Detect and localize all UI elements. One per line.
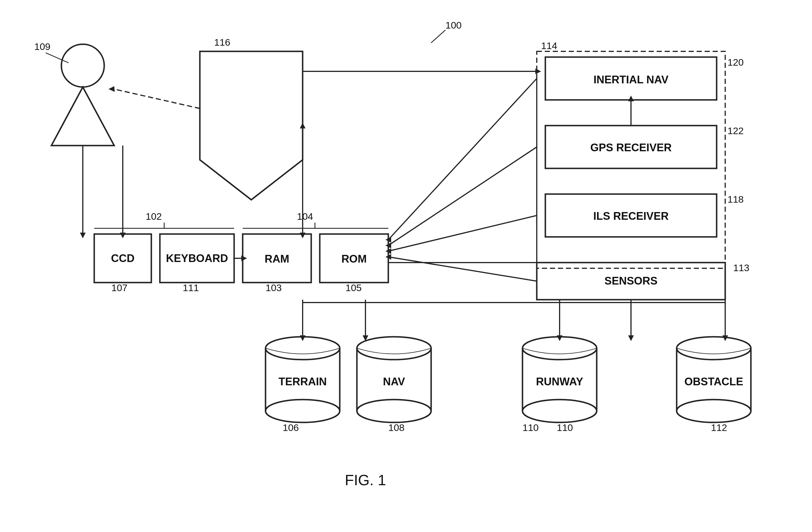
ref-105: 105	[346, 282, 362, 293]
pilot-head	[61, 44, 104, 87]
pilot-body	[52, 87, 114, 146]
ref-112: 112	[711, 422, 727, 433]
conn-to-inertial	[388, 78, 537, 240]
ref-122: 122	[727, 125, 744, 136]
svg-point-26	[357, 337, 431, 360]
ref-118: 118	[727, 194, 744, 205]
svg-marker-46	[120, 233, 126, 238]
svg-marker-49	[535, 69, 541, 74]
gps-receiver-label: GPS RECEIVER	[590, 142, 671, 153]
conn-to-gps	[388, 147, 537, 246]
ref-107: 107	[111, 282, 128, 293]
diagram: 114 INERTIAL NAV 120 GPS RECEIVER 122 IL…	[0, 0, 812, 532]
arrow-pilot-ccd	[80, 233, 86, 238]
arrow-gps-inertial	[628, 95, 634, 101]
obstacle-label: OBSTACLE	[684, 375, 743, 388]
ref-111: 111	[183, 282, 199, 293]
ref-109: 109	[34, 41, 50, 52]
runway-label: RUNWAY	[536, 375, 583, 388]
svg-marker-20	[628, 335, 634, 341]
svg-line-41	[431, 30, 445, 43]
sensors-label: SENSORS	[605, 275, 657, 287]
arrow-left	[108, 86, 115, 92]
ref-104: 104	[297, 211, 313, 222]
ref-110: 110	[522, 422, 539, 433]
inertial-nav-label: INERTIAL NAV	[594, 74, 669, 86]
svg-point-37	[677, 400, 751, 423]
conn-to-sensors	[388, 257, 537, 281]
ref-100: 100	[445, 20, 462, 31]
figure-label: FIG. 1	[345, 472, 386, 488]
svg-marker-44	[300, 233, 305, 238]
nav-label: NAV	[383, 375, 405, 388]
rom-label: ROM	[342, 253, 367, 265]
ref-114: 114	[541, 40, 557, 51]
ram-label: RAM	[265, 253, 290, 265]
ref-120: 120	[727, 57, 744, 68]
ref-113: 113	[733, 262, 750, 273]
ref-102: 102	[146, 211, 162, 222]
ref-110b: 110	[557, 422, 573, 433]
svg-point-29	[357, 400, 431, 423]
ils-receiver-label: ILS RECEIVER	[593, 210, 669, 222]
conn-to-ils	[388, 216, 537, 251]
dashed-arrow-display-pilot	[111, 88, 200, 108]
terrain-label: TERRAIN	[279, 375, 327, 388]
ccd-label: CCD	[111, 252, 134, 264]
display-shape	[200, 51, 303, 200]
keyboard-label: KEYBOARD	[166, 252, 228, 264]
svg-point-34	[677, 337, 751, 360]
svg-point-33	[522, 400, 597, 423]
ref-106: 106	[282, 422, 299, 433]
svg-point-25	[265, 400, 340, 423]
ref-103: 103	[265, 282, 282, 293]
ref-108: 108	[388, 422, 405, 433]
ref-116: 116	[214, 37, 230, 48]
arrow-keyboard-ram	[241, 255, 247, 261]
